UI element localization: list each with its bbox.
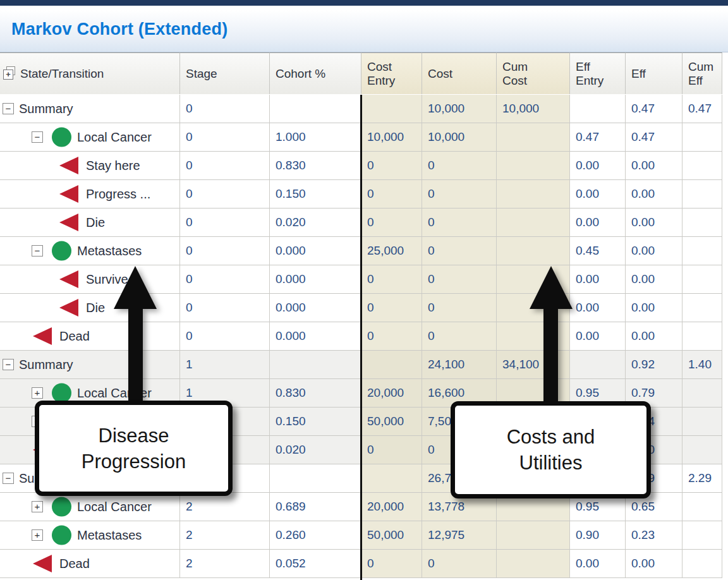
cell-stage: 2 [180,550,270,578]
cell-cost: 0 [422,208,497,237]
state-node-icon [52,497,71,517]
column-header-eff[interactable]: Eff [626,52,682,94]
table-row[interactable]: +Metastases20.26050,00012,9750.900.23 [0,521,728,550]
collapse-minus-icon[interactable]: − [32,245,43,257]
cell-eff_entry: 0.00 [570,322,626,351]
cell-cum_eff [682,379,722,408]
cell-eff_entry [570,351,626,379]
table-row[interactable]: −Summary124,10034,1000.921.40 [0,351,728,379]
cell-cost_entry [361,464,422,493]
cell-cost: 0 [422,294,497,322]
callout-text-line: Utilities [519,450,583,476]
expand-plus-icon[interactable]: + [32,501,43,512]
row-label: Dead [59,329,90,344]
collapse-minus-icon[interactable]: − [32,131,43,143]
cell-cohort: 0.830 [270,379,361,408]
transition-arrow-icon [59,299,78,317]
expand-all-icon[interactable]: + [3,68,14,79]
table-row[interactable]: Stay here00.830000.000.00 [0,152,728,180]
cell-eff: 0.00 [626,322,682,351]
cell-cost_entry: 50,000 [361,408,422,436]
cell-cum_cost [497,180,570,208]
column-header-cohort[interactable]: Cohort % [270,52,361,94]
cell-cost: 0 [422,180,497,208]
cell-cost: 0 [422,322,497,351]
cell-cost_entry: 0 [361,208,422,237]
cell-cohort: 0.000 [270,322,361,351]
cell-eff_entry: 0.00 [570,550,626,578]
table-row[interactable]: −Summary010,00010,0000.470.47 [0,95,728,123]
cell-cum_eff [682,294,722,322]
cell-eff_entry: 0.00 [570,152,626,180]
cell-eff: 0.00 [626,550,682,578]
cell-stage: 2 [180,493,270,521]
cell-cum_cost [497,123,570,152]
state-node-icon [52,526,71,545]
row-label: Metastases [77,528,142,543]
cell-cost_entry: 0 [361,265,422,294]
column-header-label[interactable]: State/Transition+ [0,52,180,94]
row-label: Local Cancer [77,130,152,145]
row-label: Die [86,301,105,315]
cell-cum_cost: 10,000 [497,95,570,123]
markov-cohort-report-window: Markov Cohort (Extended) State/Transitio… [0,0,728,580]
transition-arrow-icon [59,270,78,288]
table-row[interactable]: Dead00.000000.000.00 [0,322,728,351]
column-header-cost[interactable]: Cost [422,52,497,94]
transition-arrow-icon [33,555,52,572]
table-row[interactable]: Die00.000000.000.00 [0,294,728,322]
cell-cum_cost [497,521,570,550]
column-header-stage[interactable]: Stage [180,52,270,94]
cell-cost: 10,000 [422,95,497,123]
cell-cum_eff [682,550,722,578]
table-row[interactable]: Die00.020000.000.00 [0,208,728,237]
cell-eff_entry [570,95,626,123]
cell-cum_eff [682,521,722,550]
cell-eff: 0.00 [626,265,682,294]
cell-cohort [270,351,361,379]
cell-eff_entry: 0.00 [570,208,626,237]
table-row[interactable]: Dead20.052000.000.00 [0,550,728,578]
cell-cohort: 0.260 [270,521,361,550]
cell-cum_eff: 0.47 [682,95,722,123]
cell-cum_cost [497,208,570,237]
column-header-eff_entry[interactable]: Eff Entry [570,52,626,94]
cell-cost_entry: 25,000 [361,237,422,265]
callout-disease-progression: Disease Progression [35,401,233,496]
table-row[interactable]: −Metastases00.00025,00000.450.00 [0,237,728,265]
cell-cost_entry: 20,000 [361,379,422,408]
cell-cum_eff [682,408,722,436]
expand-plus-icon[interactable]: + [32,529,43,541]
cell-cost_entry: 0 [361,436,422,464]
state-node-icon [52,384,71,403]
column-header-cum_cost[interactable]: Cum Cost [497,52,570,94]
column-header-cost_entry[interactable]: Cost Entry [361,52,422,94]
cell-cohort: 0.000 [270,265,361,294]
table-row[interactable]: Progress ...00.150000.000.00 [0,180,728,208]
cell-eff: 0.00 [626,294,682,322]
collapse-minus-icon[interactable]: − [3,103,14,114]
row-label: Dead [59,557,90,571]
cell-eff: 0.92 [626,351,682,379]
cell-cost_entry [361,95,422,123]
table-row[interactable]: −Local Cancer01.00010,00010,0000.470.47 [0,123,728,152]
row-label: Summary [19,102,73,116]
cell-cohort [270,95,361,123]
up-arrow-icon [114,266,157,401]
cell-cum_eff [682,322,722,351]
window-top-border [0,0,728,6]
transition-arrow-icon [33,327,52,345]
cell-cost_entry: 0 [361,322,422,351]
collapse-minus-icon[interactable]: − [3,473,14,484]
cell-cum_eff: 2.29 [682,464,722,493]
column-header-cum_eff[interactable]: Cum Eff [682,52,722,94]
callout-text-line: Progression [82,449,186,474]
cell-cost_entry: 50,000 [361,521,422,550]
row-label: Progress ... [86,187,150,202]
expand-plus-icon[interactable]: + [32,387,43,399]
right-gutter [722,52,728,580]
table-row[interactable]: Survive00.000000.000.00 [0,265,728,294]
cell-eff: 0.47 [626,95,682,123]
cell-cohort: 0.000 [270,294,361,322]
collapse-minus-icon[interactable]: − [3,359,14,370]
